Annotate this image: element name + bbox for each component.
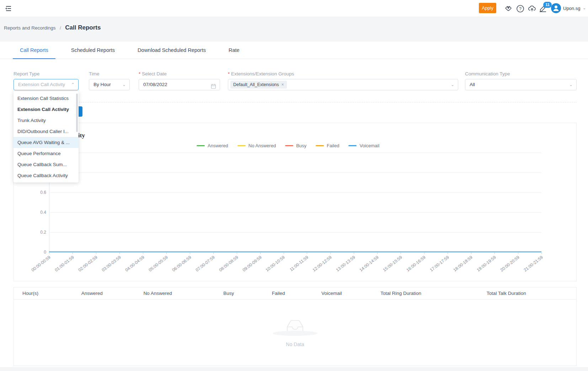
- x-axis-tick: [166, 253, 167, 254]
- x-axis-tick: [190, 253, 190, 254]
- legend-item-failed[interactable]: Failed: [316, 143, 339, 148]
- handshake-icon[interactable]: [503, 4, 513, 15]
- account-name[interactable]: Upon.sg: [563, 6, 580, 11]
- dropdown-option[interactable]: Extension Call Statistics: [14, 93, 79, 104]
- avatar[interactable]: [551, 3, 561, 13]
- report-type-label: Report Type: [14, 71, 39, 76]
- legend-swatch: [348, 145, 357, 146]
- chart-legend: AnsweredNo AnsweredBusyFailedVoicemail: [197, 143, 379, 148]
- legend-label: Answered: [208, 143, 228, 148]
- x-axis-tick-label: 18:00-18:59: [453, 255, 474, 272]
- y-axis-tick-label: 0: [14, 250, 46, 255]
- x-axis-tick: [119, 253, 120, 254]
- x-axis-tick: [401, 253, 401, 254]
- legend-item-answered[interactable]: Answered: [197, 143, 228, 148]
- tab-call-reports[interactable]: Call Reports: [13, 42, 55, 59]
- x-axis-tick-label: 04:00-04:59: [124, 255, 145, 272]
- x-axis-tick-label: 09:00-09:59: [241, 255, 262, 272]
- legend-swatch: [316, 145, 324, 146]
- top-bar: Apply ? 11 Upon.sg ⌄: [0, 0, 588, 17]
- legend-item-voicemail[interactable]: Voicemail: [348, 143, 379, 148]
- calendar-icon: [211, 82, 216, 93]
- breadcrumb-separator: /: [60, 25, 61, 31]
- dropdown-option[interactable]: Trunk Activity: [14, 115, 79, 126]
- x-axis-tick-label: 12:00-12:59: [312, 255, 333, 272]
- column-header-no-answered: No Answered: [117, 291, 199, 296]
- date-input[interactable]: 07/08/2022: [139, 79, 220, 90]
- extensions-multiselect[interactable]: Default_All_Extensions× ⌄: [228, 79, 458, 90]
- x-axis-line: [49, 252, 541, 253]
- cloud-upload-icon[interactable]: [528, 4, 536, 14]
- legend-item-no-answered[interactable]: No Answered: [237, 143, 276, 148]
- notification-badge[interactable]: 11: [543, 2, 552, 8]
- chevron-up-icon: ⌃: [71, 79, 75, 90]
- y-gridline: [49, 212, 541, 213]
- x-axis-tick: [377, 253, 378, 254]
- x-axis-tick-label: 11:00-11:59: [289, 255, 309, 272]
- y-gridline: [49, 153, 541, 153]
- legend-swatch: [197, 145, 205, 146]
- x-axis-tick-label: 20:00-20:59: [499, 255, 520, 272]
- x-axis-tick: [143, 253, 143, 254]
- x-axis-tick: [495, 253, 495, 254]
- tab-scheduled-reports[interactable]: Scheduled Reports: [64, 42, 122, 59]
- tab-download-scheduled-reports[interactable]: Download Scheduled Reports: [130, 42, 213, 59]
- report-type-dropdown: Extension Call StatisticsExtension Call …: [14, 91, 79, 182]
- x-axis-tick: [330, 253, 331, 254]
- x-axis-tick-label: 03:00-03:59: [101, 255, 122, 272]
- dropdown-option[interactable]: Queue Callback Sum...: [14, 159, 79, 170]
- tab-rate[interactable]: Rate: [221, 42, 247, 59]
- account-chevron-down-icon: ⌄: [583, 6, 586, 10]
- help-icon[interactable]: ?: [516, 5, 524, 14]
- report-type-select[interactable]: Extension Call Activity ⌃: [14, 79, 79, 90]
- legend-swatch: [237, 145, 246, 146]
- empty-icon-shadow: [273, 331, 317, 336]
- x-axis-tick-label: 08:00-08:59: [218, 255, 239, 272]
- time-select[interactable]: By Hour ⌄: [89, 79, 130, 90]
- dropdown-option[interactable]: Queue Callback Activity: [14, 170, 79, 181]
- dropdown-option[interactable]: DID/Outbound Caller I...: [14, 126, 79, 137]
- dropdown-scrollbar[interactable]: [76, 94, 78, 132]
- select-date-label: *Select Date: [139, 71, 167, 76]
- apply-button[interactable]: Apply: [479, 3, 496, 13]
- table-header-row: Hour(s)AnsweredNo AnsweredBusyFailedVoic…: [14, 287, 576, 300]
- filters-divider: [14, 102, 577, 102]
- tab-bar: Call ReportsScheduled ReportsDownload Sc…: [0, 42, 588, 59]
- collapse-sidebar-icon[interactable]: [4, 4, 13, 13]
- x-axis-tick: [518, 253, 518, 254]
- tag-remove-icon[interactable]: ×: [282, 82, 284, 87]
- report-table: Hour(s)AnsweredNo AnsweredBusyFailedVoic…: [14, 287, 577, 366]
- voicemail-series-line: [49, 251, 541, 252]
- x-axis-tick: [541, 253, 542, 254]
- x-axis-tick-label: 19:00-19:59: [476, 255, 497, 272]
- chevron-down-icon: ⌄: [451, 79, 454, 90]
- x-axis-tick: [448, 253, 448, 254]
- legend-swatch: [285, 145, 293, 146]
- x-axis-tick: [307, 253, 307, 254]
- legend-label: Busy: [296, 143, 306, 148]
- x-axis-tick-label: 21:00-21:59: [523, 255, 544, 272]
- empty-state: No Data: [14, 300, 576, 366]
- y-gridline: [49, 232, 541, 233]
- extension-tag[interactable]: Default_All_Extensions×: [230, 81, 287, 89]
- x-axis-tick-label: 17:00-17:59: [429, 255, 450, 272]
- dropdown-option[interactable]: Queue AVG Waiting & ...: [14, 137, 79, 148]
- y-gridline: [49, 192, 541, 193]
- x-axis-tick-label: 10:00-10:59: [265, 255, 286, 272]
- x-axis-tick: [237, 253, 237, 254]
- x-axis-tick: [96, 253, 96, 254]
- x-axis-tick-label: 07:00-07:59: [194, 255, 215, 272]
- breadcrumb: Reports and Recordings / Call Reports: [4, 24, 101, 31]
- legend-item-busy[interactable]: Busy: [285, 143, 306, 148]
- dropdown-option[interactable]: Queue Performance: [14, 148, 79, 159]
- dropdown-option[interactable]: Extension Call Activity: [14, 104, 79, 115]
- main-panel: Call ReportsScheduled ReportsDownload Sc…: [0, 42, 588, 367]
- column-header-hour-s-: Hour(s): [14, 291, 67, 296]
- x-axis-tick: [354, 253, 354, 254]
- x-axis-tick-label: 00:00-00:59: [31, 255, 52, 272]
- y-axis-tick-label: 0.2: [14, 230, 46, 235]
- no-data-text: No Data: [286, 341, 304, 347]
- communication-type-select[interactable]: All ⌄: [465, 79, 577, 90]
- time-label: Time: [89, 71, 100, 76]
- breadcrumb-parent[interactable]: Reports and Recordings: [4, 25, 56, 31]
